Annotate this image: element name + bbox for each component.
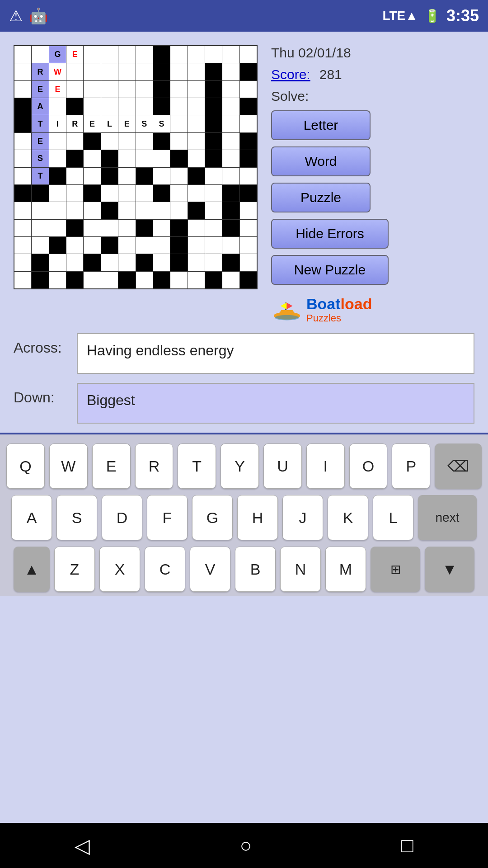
- key-z[interactable]: Z: [54, 547, 95, 592]
- grid-cell[interactable]: [136, 168, 153, 184]
- grid-cell[interactable]: [153, 254, 170, 271]
- grid-cell[interactable]: [66, 81, 83, 98]
- grid-cell[interactable]: [222, 115, 239, 132]
- grid-cell[interactable]: [14, 202, 31, 219]
- grid-cell[interactable]: [49, 168, 66, 184]
- grid-cell[interactable]: [101, 168, 118, 184]
- grid-cell[interactable]: E: [49, 81, 66, 98]
- grid-cell[interactable]: [118, 254, 135, 271]
- grid-cell[interactable]: [136, 150, 153, 167]
- grid-cell[interactable]: [101, 63, 118, 80]
- grid-cell[interactable]: [84, 185, 100, 202]
- grid-cell[interactable]: [101, 220, 118, 236]
- grid-cell[interactable]: [136, 220, 153, 236]
- grid-cell[interactable]: [240, 133, 257, 150]
- grid-cell[interactable]: [84, 254, 100, 271]
- grid-cell[interactable]: [188, 202, 205, 219]
- grid-cell[interactable]: [170, 150, 187, 167]
- grid-cell[interactable]: [170, 202, 187, 219]
- grid-cell[interactable]: [101, 237, 118, 254]
- grid-cell[interactable]: W: [49, 63, 66, 80]
- grid-cell[interactable]: [14, 220, 31, 236]
- hide-errors-button[interactable]: Hide Errors: [271, 219, 389, 249]
- grid-cell[interactable]: [188, 150, 205, 167]
- grid-cell[interactable]: [49, 133, 66, 150]
- grid-cell[interactable]: [101, 46, 118, 63]
- grid-cell[interactable]: [118, 150, 135, 167]
- grid-cell[interactable]: [84, 63, 100, 80]
- grid-cell[interactable]: [118, 133, 135, 150]
- grid-cell[interactable]: [170, 115, 187, 132]
- grid-cell[interactable]: [101, 202, 118, 219]
- new-puzzle-button[interactable]: New Puzzle: [271, 255, 389, 285]
- grid-cell[interactable]: [188, 81, 205, 98]
- grid-cell[interactable]: [188, 46, 205, 63]
- letter-button[interactable]: Letter: [271, 110, 371, 140]
- key-j[interactable]: J: [282, 495, 323, 540]
- grid-cell[interactable]: [240, 46, 257, 63]
- key-v[interactable]: V: [190, 547, 230, 592]
- grid-cell[interactable]: [153, 46, 170, 63]
- grid-cell[interactable]: [136, 254, 153, 271]
- key-d[interactable]: D: [102, 495, 142, 540]
- grid-cell[interactable]: [84, 133, 100, 150]
- grid-cell[interactable]: [153, 63, 170, 80]
- grid-cell[interactable]: [49, 150, 66, 167]
- grid-key[interactable]: ⊞: [371, 547, 420, 592]
- grid-cell[interactable]: [240, 81, 257, 98]
- grid-cell[interactable]: [240, 150, 257, 167]
- grid-cell[interactable]: A: [32, 98, 48, 115]
- key-p[interactable]: P: [392, 443, 430, 489]
- grid-cell[interactable]: [14, 81, 31, 98]
- grid-cell[interactable]: [153, 272, 170, 288]
- grid-cell[interactable]: [84, 81, 100, 98]
- grid-cell[interactable]: L: [101, 115, 118, 132]
- grid-cell[interactable]: [118, 98, 135, 115]
- grid-cell[interactable]: [188, 98, 205, 115]
- grid-cell[interactable]: [49, 272, 66, 288]
- grid-cell[interactable]: [205, 46, 222, 63]
- grid-cell[interactable]: [222, 63, 239, 80]
- grid-cell[interactable]: [136, 237, 153, 254]
- key-x[interactable]: X: [99, 547, 140, 592]
- grid-cell[interactable]: E: [118, 115, 135, 132]
- grid-cell[interactable]: [14, 133, 31, 150]
- grid-cell[interactable]: [14, 168, 31, 184]
- key-m[interactable]: M: [325, 547, 366, 592]
- key-n[interactable]: N: [280, 547, 321, 592]
- grid-cell[interactable]: [153, 133, 170, 150]
- recents-nav-icon[interactable]: □: [401, 834, 413, 857]
- key-o[interactable]: O: [349, 443, 388, 489]
- key-b[interactable]: B: [235, 547, 276, 592]
- grid-cell[interactable]: [66, 150, 83, 167]
- grid-cell[interactable]: [205, 272, 222, 288]
- grid-cell[interactable]: [205, 202, 222, 219]
- grid-cell[interactable]: [153, 202, 170, 219]
- grid-cell[interactable]: [136, 133, 153, 150]
- grid-cell[interactable]: [118, 185, 135, 202]
- grid-cell[interactable]: [118, 168, 135, 184]
- grid-cell[interactable]: [170, 46, 187, 63]
- grid-cell[interactable]: [136, 46, 153, 63]
- grid-cell[interactable]: E: [66, 46, 83, 63]
- grid-cell[interactable]: [14, 98, 31, 115]
- grid-cell[interactable]: [66, 98, 83, 115]
- grid-cell[interactable]: R: [66, 115, 83, 132]
- grid-cell[interactable]: [222, 237, 239, 254]
- grid-cell[interactable]: [188, 168, 205, 184]
- score-link[interactable]: Score:: [271, 67, 310, 82]
- key-c[interactable]: C: [145, 547, 185, 592]
- grid-cell[interactable]: S: [32, 150, 48, 167]
- grid-cell[interactable]: [66, 133, 83, 150]
- grid-cell[interactable]: [101, 272, 118, 288]
- grid-cell[interactable]: [118, 81, 135, 98]
- grid-cell[interactable]: [32, 202, 48, 219]
- grid-cell[interactable]: [240, 272, 257, 288]
- grid-cell[interactable]: [66, 202, 83, 219]
- grid-cell[interactable]: [136, 185, 153, 202]
- grid-cell[interactable]: [101, 81, 118, 98]
- grid-cell[interactable]: [240, 254, 257, 271]
- grid-cell[interactable]: S: [153, 115, 170, 132]
- grid-cell[interactable]: [153, 168, 170, 184]
- grid-cell[interactable]: [205, 133, 222, 150]
